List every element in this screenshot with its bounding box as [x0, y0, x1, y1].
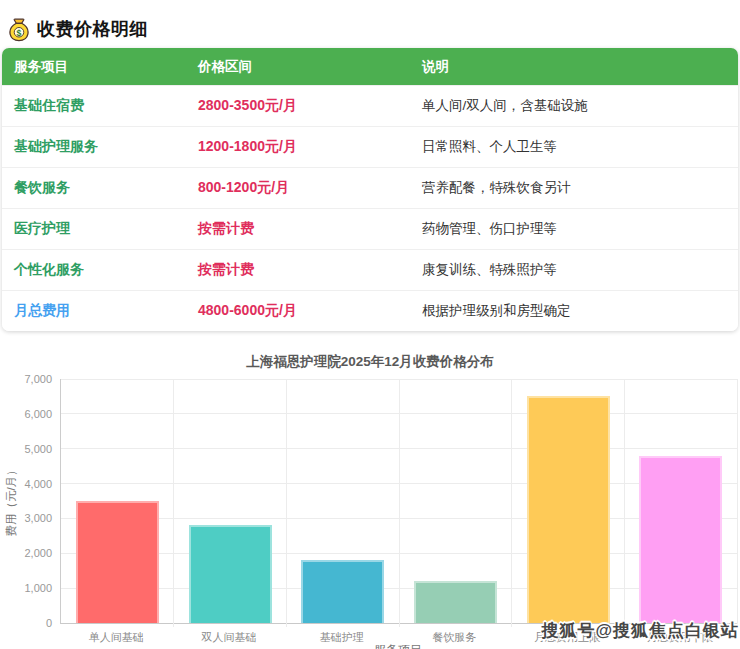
table-row: 个性化服务按需计费康复训练、特殊照护等	[2, 249, 738, 290]
service-name-cell: 医疗护理	[2, 220, 186, 238]
table-row: 餐饮服务800-1200元/月营养配餐，特殊饮食另计	[2, 167, 738, 208]
plot-area	[60, 379, 737, 624]
price-cell: 4800-6000元/月	[186, 302, 410, 320]
y-tick-label: 7,000	[0, 373, 52, 385]
bar	[414, 581, 497, 623]
y-tick-label: 3,000	[0, 512, 52, 524]
table-header-row: 服务项目 价格区间 说明	[2, 48, 738, 85]
service-name-cell: 基础住宿费	[2, 97, 186, 115]
y-tick-label: 5,000	[0, 443, 52, 455]
pricing-table: 服务项目 价格区间 说明 基础住宿费2800-3500元/月单人间/双人间，含基…	[2, 48, 738, 331]
v-gridline	[173, 379, 174, 627]
price-cell: 800-1200元/月	[186, 179, 410, 197]
price-cell: 按需计费	[186, 261, 410, 279]
table-row: 医疗护理按需计费药物管理、伤口护理等	[2, 208, 738, 249]
note-cell: 根据护理级别和房型确定	[410, 302, 738, 320]
v-gridline	[511, 379, 512, 627]
svg-text:$: $	[17, 27, 22, 37]
bar	[639, 456, 722, 623]
col-header-price: 价格区间	[186, 58, 410, 76]
v-gridline	[737, 379, 738, 627]
table-row: 基础护理服务1200-1800元/月日常照料、个人卫生等	[2, 126, 738, 167]
v-gridline	[399, 379, 400, 627]
y-tick-label: 1,000	[0, 582, 52, 594]
table-row: 基础住宿费2800-3500元/月单人间/双人间，含基础设施	[2, 85, 738, 126]
v-gridline	[286, 379, 287, 627]
note-cell: 营养配餐，特殊饮食另计	[410, 179, 738, 197]
y-tick-label: 6,000	[0, 408, 52, 420]
col-header-service: 服务项目	[2, 58, 186, 76]
service-name-cell: 月总费用	[2, 302, 186, 320]
service-name-cell: 个性化服务	[2, 261, 186, 279]
watermark: 搜狐号@搜狐焦点白银站	[541, 619, 739, 642]
y-tick-label: 4,000	[0, 478, 52, 490]
service-name-cell: 餐饮服务	[2, 179, 186, 197]
table-body: 基础住宿费2800-3500元/月单人间/双人间，含基础设施基础护理服务1200…	[2, 85, 738, 331]
note-cell: 药物管理、伤口护理等	[410, 220, 738, 238]
y-tick-label: 0	[0, 617, 52, 629]
note-cell: 单人间/双人间，含基础设施	[410, 97, 738, 115]
bar	[301, 560, 384, 623]
price-cell: 2800-3500元/月	[186, 97, 410, 115]
price-chart: 上海福恩护理院2025年12月收费价格分布 费用（元/月） 01,0002,00…	[0, 345, 740, 649]
page-title: 收费价格明细	[37, 17, 148, 41]
service-name-cell: 基础护理服务	[2, 138, 186, 156]
note-cell: 日常照料、个人卫生等	[410, 138, 738, 156]
y-tick-label: 2,000	[0, 547, 52, 559]
bar	[76, 501, 159, 623]
x-axis-title: 服务项目	[60, 642, 736, 649]
chart-title: 上海福恩护理院2025年12月收费价格分布	[0, 353, 740, 371]
note-cell: 康复训练、特殊照护等	[410, 261, 738, 279]
price-cell: 按需计费	[186, 220, 410, 238]
bar	[189, 525, 272, 623]
page-header: $ 收费价格明细	[8, 5, 148, 53]
money-bag-icon: $	[8, 17, 30, 42]
bar	[527, 396, 610, 623]
table-row: 月总费用4800-6000元/月根据护理级别和房型确定	[2, 290, 738, 331]
col-header-note: 说明	[410, 58, 738, 76]
v-gridline	[624, 379, 625, 627]
price-cell: 1200-1800元/月	[186, 138, 410, 156]
